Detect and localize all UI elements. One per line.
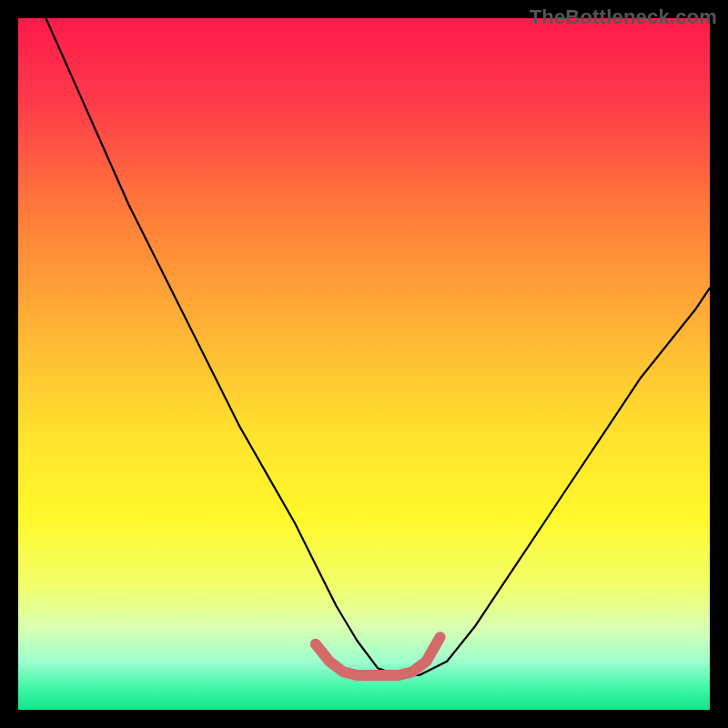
gradient-background [18, 18, 710, 710]
plot-area [18, 18, 710, 710]
chart-frame: TheBottleneck.com [0, 0, 728, 728]
chart-svg [18, 18, 710, 710]
watermark-label: TheBottleneck.com [530, 5, 717, 29]
